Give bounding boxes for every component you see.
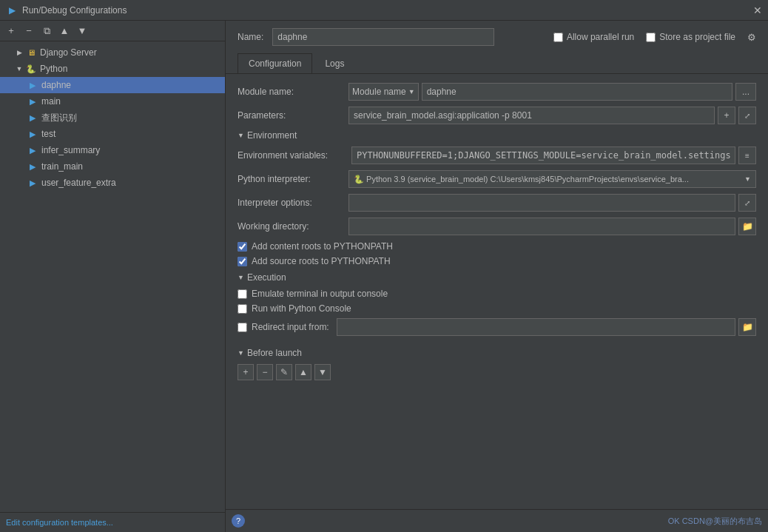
module-name-input[interactable] <box>422 83 732 101</box>
config-tree: ▶ 🖥 Django Server ▼ 🐍 Python ▶ daphne ▶ … <box>0 41 225 512</box>
emulate-terminal-row: Emulate terminal in output console <box>238 289 756 299</box>
python-interpreter-select[interactable]: 🐍 Python 3.9 (service_brain_model) C:\Us… <box>348 170 756 188</box>
before-launch-title: Before launch <box>247 348 302 358</box>
daphne-label: daphne <box>41 80 71 90</box>
daphne-run-icon: ▶ <box>27 79 38 91</box>
run-python-console-label[interactable]: Run with Python Console <box>252 303 351 314</box>
move-down-button[interactable]: ▼ <box>74 23 90 39</box>
python-arrow: ▼ <box>15 64 24 73</box>
before-launch-section-header: ▼ Before launch <box>238 348 756 358</box>
module-type-select[interactable]: Module name ▼ <box>348 83 419 101</box>
add-source-roots-checkbox[interactable] <box>238 257 247 266</box>
parameters-input[interactable] <box>348 107 715 124</box>
remove-config-button[interactable]: − <box>21 23 37 39</box>
module-select-arrow: ▼ <box>408 88 415 95</box>
interpreter-options-expand-button[interactable]: ⤢ <box>738 194 756 212</box>
chajuerenshibie-run-icon: ▶ <box>27 112 38 124</box>
allow-parallel-label[interactable]: Allow parallel run <box>553 32 634 42</box>
tabs-row: Configuration Logs <box>226 53 768 74</box>
env-variables-input[interactable] <box>351 147 735 164</box>
emulate-terminal-checkbox[interactable] <box>238 289 247 299</box>
env-edit-button[interactable]: ≡ <box>738 147 756 164</box>
name-label: Name: <box>238 32 263 42</box>
tree-item-django[interactable]: ▶ 🖥 Django Server <box>0 44 225 61</box>
run-python-console-checkbox[interactable] <box>238 304 247 314</box>
header-checkboxes: Allow parallel run Store as project file… <box>553 32 756 43</box>
add-source-roots-label[interactable]: Add source roots to PYTHONPATH <box>252 256 391 266</box>
help-button[interactable]: ? <box>232 514 245 528</box>
close-button[interactable]: ✕ <box>753 4 762 16</box>
execution-section-header: ▼ Execution <box>238 272 756 283</box>
interpreter-dropdown-arrow: ▼ <box>744 175 751 183</box>
tree-item-daphne[interactable]: ▶ daphne <box>0 77 225 93</box>
main-content: + − ⧉ ▲ ▼ ▶ 🖥 Django Server ▼ 🐍 Python ▶… <box>0 21 768 532</box>
redirect-browse-button[interactable]: 📁 <box>738 318 756 336</box>
before-launch-edit-button[interactable]: ✎ <box>276 364 292 380</box>
parameters-label: Parameters: <box>238 110 348 121</box>
add-source-roots-row: Add source roots to PYTHONPATH <box>238 256 756 266</box>
emulate-terminal-label[interactable]: Emulate terminal in output console <box>252 289 388 299</box>
title-bar: ▶ Run/Debug Configurations ✕ <box>0 0 768 21</box>
user-feature-extra-run-icon: ▶ <box>27 177 38 189</box>
config-content: Module name: Module name ▼ ... Parameter… <box>226 74 768 509</box>
allow-parallel-checkbox[interactable] <box>553 33 563 42</box>
working-directory-label: Working directory: <box>238 221 348 232</box>
config-header: Name: Allow parallel run Store as projec… <box>226 21 768 53</box>
gear-icon[interactable]: ⚙ <box>747 32 756 43</box>
working-directory-browse-button[interactable]: 📁 <box>738 218 756 235</box>
python-label: Python <box>40 64 67 74</box>
redirect-input-label[interactable]: Redirect input from: <box>252 322 329 332</box>
params-expand-button[interactable]: ⤢ <box>738 107 756 124</box>
before-launch-down-button[interactable]: ▼ <box>314 364 331 380</box>
store-project-label[interactable]: Store as project file <box>646 32 735 42</box>
infer-summary-run-icon: ▶ <box>27 144 38 156</box>
infer-summary-label: infer_summary <box>41 145 100 155</box>
config-name-input[interactable] <box>272 28 494 46</box>
add-content-roots-label[interactable]: Add content roots to PYTHONPATH <box>252 241 393 252</box>
app-icon: ▶ <box>6 4 18 16</box>
environment-section-header: ▼ Environment <box>238 130 756 141</box>
add-config-button[interactable]: + <box>3 23 19 39</box>
environment-arrow[interactable]: ▼ <box>238 132 244 139</box>
interpreter-options-input[interactable] <box>348 194 735 212</box>
working-directory-input[interactable] <box>348 218 735 235</box>
module-dots-button[interactable]: ... <box>735 83 756 101</box>
python-interpreter-value: 🐍 Python 3.9 (service_brain_model) C:\Us… <box>354 175 744 184</box>
redirect-input-checkbox[interactable] <box>238 323 247 332</box>
tree-item-infer-summary[interactable]: ▶ infer_summary <box>0 142 225 158</box>
test-label: test <box>41 129 55 139</box>
params-plus-button[interactable]: + <box>718 107 735 124</box>
copy-config-button[interactable]: ⧉ <box>38 23 55 39</box>
tab-configuration[interactable]: Configuration <box>238 53 312 73</box>
execution-title: Execution <box>247 272 286 283</box>
before-launch-add-button[interactable]: + <box>238 364 254 380</box>
tree-item-chajuerenshibie[interactable]: ▶ 查图识别 <box>0 110 225 126</box>
execution-arrow[interactable]: ▼ <box>238 274 244 281</box>
before-launch-remove-button[interactable]: − <box>257 364 273 380</box>
python-interpreter-label: Python interpreter: <box>238 174 348 184</box>
redirect-input-field[interactable] <box>337 318 735 336</box>
train-main-run-icon: ▶ <box>27 161 38 172</box>
tree-item-main[interactable]: ▶ main <box>0 93 225 110</box>
before-launch-arrow[interactable]: ▼ <box>238 349 244 357</box>
move-up-button[interactable]: ▲ <box>56 23 73 39</box>
tree-item-train-main[interactable]: ▶ train_main <box>0 158 225 175</box>
module-name-row: Module name: Module name ▼ ... <box>238 83 756 101</box>
python-interpreter-row: Python interpreter: 🐍 Python 3.9 (servic… <box>238 170 756 188</box>
django-arrow: ▶ <box>15 48 24 57</box>
tree-item-test[interactable]: ▶ test <box>0 126 225 142</box>
tab-logs[interactable]: Logs <box>314 53 355 73</box>
edit-templates-link[interactable]: Edit configuration templates... <box>6 518 113 527</box>
env-variables-row: Environment variables: ≡ <box>238 147 756 164</box>
store-project-checkbox[interactable] <box>646 33 656 42</box>
right-panel: Name: Allow parallel run Store as projec… <box>226 21 768 532</box>
django-label: Django Server <box>40 47 97 58</box>
user-feature-extra-label: user_feature_extra <box>41 178 116 188</box>
django-icon: 🖥 <box>25 47 37 58</box>
env-variables-label: Environment variables: <box>238 150 348 161</box>
add-content-roots-checkbox[interactable] <box>238 242 247 252</box>
tree-item-user-feature-extra[interactable]: ▶ user_feature_extra <box>0 175 225 191</box>
chajuerenshibie-label: 查图识别 <box>41 112 77 124</box>
before-launch-up-button[interactable]: ▲ <box>295 364 311 380</box>
tree-item-python[interactable]: ▼ 🐍 Python <box>0 61 225 77</box>
